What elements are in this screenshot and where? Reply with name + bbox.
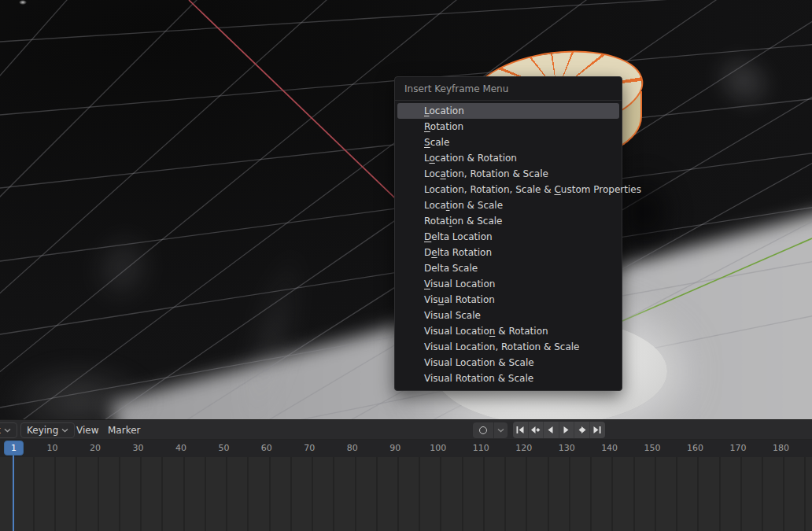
frame-grid-line: [483, 457, 485, 531]
menu-item-label: Location, Rotation, Scale &: [424, 184, 554, 195]
frame-grid-line: [462, 457, 463, 531]
frame-grid-line: [697, 457, 699, 531]
menu-item-scale[interactable]: Scale: [397, 135, 619, 150]
frame-grid-line: [440, 457, 441, 531]
auto-keying-group: [473, 422, 507, 438]
ruler-frame-label: 150: [644, 443, 661, 453]
menu-item-label: S: [424, 137, 430, 148]
menu-item-delta-scale[interactable]: Delta Scale: [397, 260, 619, 276]
view-menu-label: View: [76, 425, 98, 436]
menu-item-label: isual Location: [430, 278, 495, 289]
record-circle-icon: [479, 426, 487, 434]
frame-grid-line: [548, 457, 549, 531]
jump-to-end-button[interactable]: [590, 422, 606, 438]
menu-item-location[interactable]: Location: [397, 103, 619, 119]
menu-item-label: ion & Scale: [450, 200, 504, 211]
play-reverse-icon: [546, 426, 556, 434]
menu-item-location-rotation[interactable]: Location & Rotation: [397, 150, 619, 166]
ruler-frame-label: 160: [687, 443, 703, 453]
menu-item-visual-scale[interactable]: Visual Scale: [397, 308, 619, 323]
play-forward-button[interactable]: [559, 422, 575, 438]
frame-grid-line: [355, 457, 356, 531]
menu-item-label: Rotat: [424, 216, 449, 227]
menu-item-rotation-scale[interactable]: Rotation & Scale: [397, 213, 619, 229]
menu-item-visual-location-rotation-scale[interactable]: Visual Location, Rotation & Scale: [397, 339, 619, 355]
menu-item-label: e: [431, 247, 437, 258]
frame-grid-line: [269, 457, 271, 531]
jump-to-prev-keyframe-button[interactable]: [529, 422, 544, 438]
menu-item-label: Visual Location, Rotation & Scale: [424, 341, 579, 352]
frame-grid-line: [569, 457, 570, 531]
menu-item-label: a: [440, 168, 445, 179]
menu-item-rotation[interactable]: Rotation: [397, 119, 619, 135]
ruler-frame-label: 50: [218, 443, 229, 453]
frame-grid-line: [590, 457, 592, 531]
ruler-frame-label: 100: [430, 443, 446, 453]
frame-grid-line: [633, 457, 635, 531]
ruler-frame-label: 20: [90, 443, 101, 453]
frame-grid-line: [205, 457, 206, 531]
ruler-frame-label: 130: [559, 443, 575, 453]
keying-menu-button[interactable]: Keying: [20, 422, 75, 438]
menu-title: Insert Keyframe Menu: [395, 77, 622, 99]
jump-to-start-button[interactable]: [513, 422, 529, 438]
view-menu-button[interactable]: View: [71, 422, 104, 438]
playback-menu-button[interactable]: k: [0, 422, 17, 438]
timeline-track-area[interactable]: [0, 457, 812, 531]
frame-grid-line: [333, 457, 334, 531]
menu-item-visual-rotation[interactable]: Visual Rotation: [397, 292, 619, 308]
menu-item-label: Visual Locatio: [424, 326, 489, 337]
timeline-header: k Keying View Marker: [0, 419, 812, 440]
playhead[interactable]: [13, 455, 14, 531]
menu-item-label: al Rotation: [444, 294, 495, 305]
menu-item-label: R: [424, 121, 430, 132]
auto-keying-dropdown[interactable]: [493, 422, 507, 438]
play-reverse-button[interactable]: [544, 422, 559, 438]
menu-item-location-rotation-scale-custom-properties[interactable]: Location, Rotation, Scale & Custom Prope…: [397, 182, 619, 197]
menu-item-visual-rotation-scale[interactable]: Visual Rotation & Scale: [397, 371, 619, 386]
frame-grid-line: [140, 457, 142, 531]
chevron-down-icon: [497, 428, 504, 433]
frame-grid-line: [290, 457, 292, 531]
frame-grid-line: [611, 457, 613, 531]
jump-to-next-keyframe-button[interactable]: [574, 422, 590, 438]
frame-grid-line: [76, 457, 77, 531]
menu-item-label: on & Scale: [452, 216, 502, 227]
menu-item-label: Visual Rotation & Scale: [424, 373, 533, 384]
marker-menu-button[interactable]: Marker: [102, 422, 146, 438]
frame-grid-line: [247, 457, 249, 531]
auto-keying-toggle[interactable]: [473, 422, 493, 438]
menu-item-visual-location-scale[interactable]: Visual Location & Scale: [397, 355, 619, 371]
frame-grid-line: [740, 457, 742, 531]
play-forward-icon: [561, 426, 571, 434]
jump-to-prev-keyframe-icon: [530, 426, 541, 434]
menu-item-visual-location-rotation[interactable]: Visual Location & Rotation: [397, 323, 619, 339]
frame-grid-line: [655, 457, 656, 531]
menu-item-label: cation & Rotation: [435, 153, 517, 164]
frame-grid-line: [312, 457, 313, 531]
menu-item-label: u: [438, 294, 445, 305]
menu-item-delta-location[interactable]: Delta Location: [397, 229, 619, 245]
menu-item-label: cale: [430, 137, 450, 148]
jump-to-end-icon: [592, 426, 603, 434]
menu-item-label: V: [424, 278, 430, 289]
ruler-frame-label: 70: [304, 443, 315, 453]
menu-item-label: ocation: [429, 105, 463, 116]
ruler-frame-label: 180: [773, 443, 789, 453]
current-frame-indicator[interactable]: 1: [4, 441, 24, 455]
frame-grid-line: [161, 457, 163, 531]
frame-grid-line: [419, 457, 420, 531]
menu-item-location-rotation-scale[interactable]: Location, Rotation & Scale: [397, 166, 619, 182]
frame-grid-line: [397, 457, 399, 531]
jump-to-next-keyframe-icon: [577, 426, 587, 434]
menu-item-label: Loca: [424, 200, 446, 211]
frame-grid-line: [376, 457, 378, 531]
timeline-ruler[interactable]: 1020304050607080901001101201301401501601…: [0, 440, 812, 457]
timeline-editor: k Keying View Marker: [0, 419, 812, 531]
frame-grid-line: [719, 457, 721, 531]
frame-grid-line: [504, 457, 506, 531]
menu-item-label: tion, Rotation & Scale: [446, 168, 548, 179]
menu-item-location-scale[interactable]: Location & Scale: [397, 197, 619, 213]
menu-item-visual-location[interactable]: Visual Location: [397, 276, 619, 292]
menu-item-delta-rotation[interactable]: Delta Rotation: [397, 245, 619, 260]
